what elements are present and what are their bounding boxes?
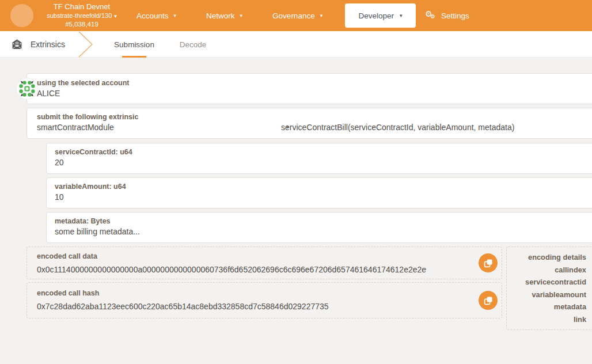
menu-item-network[interactable]: Network ▾ [206,12,242,20]
menu-item-governance[interactable]: Governance ▾ [272,12,322,20]
chevron-down-icon: ▾ [400,13,403,18]
chevron-down-icon: ▾ [174,13,177,18]
encoding-details-title: encoding details [507,251,586,264]
chevron-down-icon: ▾ [114,13,117,19]
gears-icon: ⚙ ⚙ [425,10,437,21]
encoding-detail-callindex: callindex [507,264,586,276]
breadcrumb-chevron-icon [78,31,93,58]
main-menu: Accounts ▾ Network ▾ Governance ▾ [136,0,322,31]
encoding-detail-variableamount: variableamount [507,289,586,301]
encoded-call-hash-value: 0x7c28dad62aba1123eec600c220ac65b14ac8eb… [37,301,502,312]
app-label: Extrinsics [31,40,65,49]
param-value: 10 [55,191,592,203]
encoded-call-data-section: encoded call data 0x0c111400000000000000… [26,247,502,279]
method-select-dropdown[interactable]: serviceContractBill(serviceContractId, v… [281,122,514,133]
param-metadata-field[interactable]: metadata: Bytes some billing metadata... [46,212,592,243]
extrinsic-select-row: submit the following extrinsic smartCont… [26,108,592,139]
encoding-detail-link: link [507,313,586,326]
extrinsics-page: TF Chain Devnet substrate-threefold/130▾… [0,0,592,364]
param-value: some billing metadata... [55,226,592,237]
chain-logo[interactable] [10,4,33,27]
module-select-dropdown[interactable]: smartContractModule ▾ [37,122,294,133]
tab-decode[interactable]: Decode [174,31,211,58]
top-nav-bar: TF Chain Devnet substrate-threefold/130▾… [0,0,592,31]
method-select-value: serviceContractBill(serviceContractId, v… [281,123,514,132]
module-select-value: smartContractModule [37,122,114,133]
encoded-call-data-label: encoded call data [37,252,502,261]
menu-item-settings[interactable]: ⚙ ⚙ Settings [425,0,469,31]
account-identicon[interactable] [16,78,38,100]
copy-call-data-button[interactable] [479,253,498,272]
param-value: 20 [55,157,592,168]
encoding-detail-servicecontractid: servicecontractid [507,276,586,289]
extrinsic-select-label: submit the following extrinsic [37,112,592,122]
param-label: variableAmount: u64 [55,182,592,191]
account-select-value: ALICE [37,88,592,99]
chain-name: TF Chain Devnet [41,2,122,12]
chain-spec: substrate-threefold/130▾ [41,12,122,20]
copy-icon [484,259,493,268]
copy-call-hash-button[interactable] [479,291,498,310]
chevron-down-icon: ▾ [320,13,323,18]
tab-bar: Extrinsics Submission Decode [0,31,592,58]
param-servicecontractid-field[interactable]: serviceContractId: u64 20 [46,143,592,174]
app-title-extrinsics[interactable]: Extrinsics [12,31,65,58]
chevron-down-icon: ▾ [240,13,243,18]
menu-item-accounts[interactable]: Accounts ▾ [136,12,176,20]
menu-item-developer-active[interactable]: Developer ▾ [345,3,416,28]
param-variableamount-field[interactable]: variableAmount: u64 10 [46,177,592,208]
encoding-details-panel: encoding details callindex servicecontra… [506,247,592,330]
best-block-number: #5,038,419 [41,20,122,29]
encoding-detail-metadata: metadata [507,301,586,313]
chain-selector[interactable]: TF Chain Devnet substrate-threefold/130▾… [41,2,122,29]
account-select-row[interactable]: using the selected account ALICE [26,73,592,104]
param-label: serviceContractId: u64 [55,147,592,157]
encoded-call-hash-label: encoded call hash [37,289,502,298]
param-label: metadata: Bytes [55,217,592,226]
copy-icon [484,296,493,305]
account-select-label: using the selected account [37,78,592,88]
envelope-open-text-icon [12,39,22,50]
encoded-call-data-value: 0x0c1114000000000000000a0000000000000060… [37,264,502,275]
tab-submission[interactable]: Submission [111,31,157,58]
encoded-call-hash-section: encoded call hash 0x7c28dad62aba1123eec6… [26,282,502,318]
